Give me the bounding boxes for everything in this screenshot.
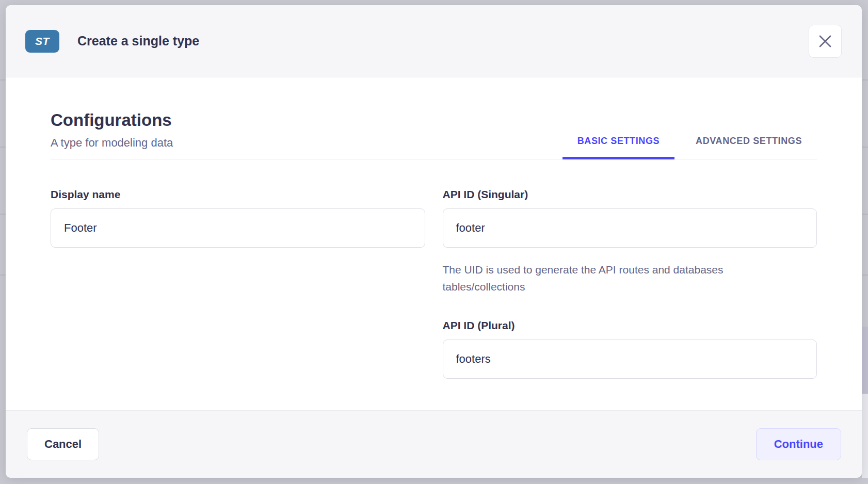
page-subtitle: A type for modeling data [51, 135, 173, 151]
display-name-field-group: Display name [51, 188, 425, 379]
configurations-header-row: Configurations A type for modeling data … [51, 109, 817, 159]
api-id-plural-label: API ID (Plural) [443, 319, 817, 332]
modal-header: ST Create a single type [6, 5, 862, 77]
api-id-plural-field-group: API ID (Plural) [443, 319, 817, 379]
page-title: Configurations [51, 109, 173, 131]
tab-basic-settings[interactable]: BASIC SETTINGS [562, 136, 674, 159]
close-button[interactable] [809, 25, 842, 58]
display-name-input[interactable] [51, 208, 425, 248]
modal-footer: Cancel Continue [6, 410, 862, 478]
configurations-heading-group: Configurations A type for modeling data [51, 109, 173, 159]
modal-body: Configurations A type for modeling data … [6, 77, 862, 410]
tab-advanced-settings[interactable]: ADVANCED SETTINGS [681, 136, 817, 159]
api-id-singular-label: API ID (Singular) [443, 188, 817, 201]
api-id-plural-input[interactable] [443, 340, 817, 379]
single-type-badge-label: ST [35, 35, 50, 47]
modal-title: Create a single type [77, 34, 199, 49]
continue-button[interactable]: Continue [756, 428, 841, 460]
settings-tabs: BASIC SETTINGS ADVANCED SETTINGS [562, 136, 817, 159]
backdrop-scrollbar-thumb [862, 327, 868, 394]
configuration-form: Display name API ID (Singular) The UID i… [51, 188, 817, 379]
api-id-singular-input[interactable] [443, 208, 817, 248]
api-id-singular-field-group: API ID (Singular) The UID is used to gen… [443, 188, 817, 295]
single-type-badge-icon: ST [25, 30, 59, 53]
api-id-singular-hint: The UID is used to generate the API rout… [443, 261, 787, 295]
api-id-column: API ID (Singular) The UID is used to gen… [443, 188, 817, 379]
display-name-label: Display name [51, 188, 425, 201]
backdrop-panel-edge [862, 394, 868, 478]
close-icon [818, 34, 832, 49]
create-single-type-modal: ST Create a single type Configurations A… [6, 5, 862, 478]
cancel-button[interactable]: Cancel [27, 428, 99, 460]
